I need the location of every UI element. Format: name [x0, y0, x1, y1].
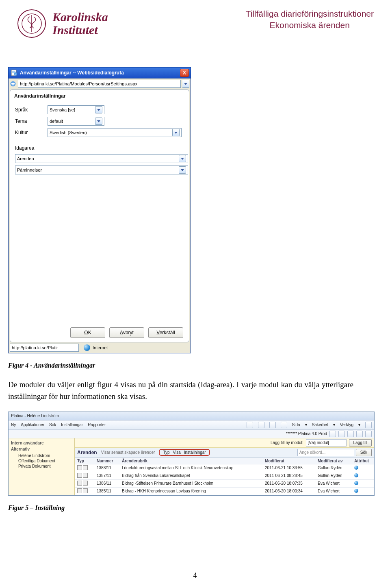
address-bar — [10, 80, 189, 88]
col-header[interactable]: Ärenderubrik — [119, 458, 262, 464]
apply-button[interactable]: Verkställ — [148, 327, 183, 338]
ok-button[interactable]: OK — [70, 327, 105, 338]
dialog-chrome: Användarinställningar Språk Svenska [se]… — [8, 78, 191, 353]
tab[interactable]: Visa — [173, 450, 181, 455]
culture-value: Swedish (Sweden) — [50, 130, 171, 135]
culture-select[interactable]: Swedish (Sweden) — [48, 128, 182, 137]
settings-dialog: Användarinställningar -- Webbsidedialogr… — [8, 67, 191, 353]
dialog-button-row: OK Avbryt Verkställ — [10, 327, 189, 338]
status-bar: Internet — [10, 344, 189, 352]
address-dropdown[interactable] — [182, 80, 189, 88]
brand-line2: Institutet — [52, 24, 108, 37]
module-heading: Ärenden — [77, 450, 97, 455]
close-button[interactable]: X — [180, 69, 189, 77]
menu-item[interactable]: Inställningar — [61, 422, 83, 427]
toolbar-icon[interactable] — [329, 431, 336, 437]
col-header[interactable]: Modifierat av — [315, 458, 352, 464]
zone-label: Internet — [93, 345, 108, 350]
figure5-caption: Figur 5 – Inställning — [8, 503, 353, 513]
right-menu[interactable]: Sida — [292, 422, 300, 427]
close-icon: X — [183, 70, 186, 76]
figure4-caption: Figur 4 - Användarinställningar — [8, 361, 353, 371]
print-icon[interactable] — [281, 422, 287, 428]
tree-item[interactable]: Privata Dokument — [11, 464, 72, 469]
brand-line1: Karolinska — [52, 11, 108, 24]
theme-value: default — [50, 119, 93, 124]
dialog-title: Användarinställningar -- Webbsidedialogr… — [20, 70, 124, 76]
add-module-button[interactable]: Lägg till — [349, 439, 372, 446]
theme-select[interactable]: default — [48, 117, 104, 126]
search-input[interactable]: Ange sökord... — [297, 449, 354, 456]
tab[interactable]: Inställningar — [184, 450, 206, 455]
culture-label: Kultur — [15, 130, 48, 135]
globe-icon — [84, 344, 90, 351]
feed-icon[interactable] — [258, 422, 264, 428]
header-right: Tillfälliga diarieföringsinstruktioner E… — [245, 8, 374, 31]
col-header[interactable]: Attribut — [352, 458, 374, 464]
home-icon[interactable] — [247, 422, 253, 428]
col-header[interactable]: Modifierat — [262, 458, 315, 464]
header-right-line2: Ekonomiska ärenden — [245, 20, 374, 31]
env-label: ******* Platina 4.0 Prod — [286, 431, 327, 436]
brand-logo: Karolinska Institutet — [16, 8, 108, 39]
status-url — [10, 344, 79, 352]
add-module-select[interactable]: [Välj modul] — [306, 439, 347, 446]
toolbar-icon[interactable] — [365, 431, 372, 437]
language-label: Språk — [15, 107, 48, 113]
figure5-screenshot: Platina - Heléne Lindström Ny Applikatio… — [8, 412, 375, 496]
seal-icon — [16, 8, 47, 39]
results-table: Typ Nummer Ärenderubrik Modifierat Modif… — [75, 458, 374, 495]
chevron-down-icon — [179, 166, 186, 174]
app-title: Platina - Heléne Lindström — [11, 414, 59, 418]
idagarea-label: Idagarea — [10, 141, 189, 152]
toolbar-icon[interactable] — [356, 431, 363, 437]
idag-select-1[interactable]: Ärenden — [15, 154, 188, 163]
app-titlebar: Platina - Heléne Lindström — [9, 412, 374, 420]
tabs-highlight: Typ Visa Inställningar — [159, 449, 210, 456]
cancel-button[interactable]: Avbryt — [109, 327, 144, 338]
env-row: ******* Platina 4.0 Prod — [9, 430, 374, 438]
table-row[interactable]: 1385/11Bidrag - HKH Kronprincessan Lovis… — [75, 487, 374, 495]
idag-value-1: Ärenden — [17, 156, 177, 161]
brand-name: Karolinska Institutet — [52, 11, 108, 36]
svg-point-3 — [14, 72, 17, 76]
col-header[interactable]: Nummer — [94, 458, 119, 464]
col-header[interactable]: Typ — [75, 458, 94, 464]
sidebar-section: Alternativ — [11, 447, 72, 451]
right-menu[interactable]: Säkerhet — [312, 422, 328, 427]
page-header: Karolinska Institutet Tillfälliga diarie… — [0, 0, 390, 43]
ie-page-icon — [11, 70, 17, 76]
theme-label: Tema — [15, 118, 48, 124]
idag-select-2[interactable]: Påminnelser — [15, 166, 188, 174]
tab[interactable]: Typ — [163, 450, 169, 455]
language-value: Svenska [se] — [50, 107, 93, 112]
menu-item[interactable]: Ny — [11, 422, 16, 427]
help-icon[interactable] — [365, 422, 372, 428]
menu-item[interactable]: Rapporter — [88, 422, 106, 427]
chevron-down-icon — [172, 129, 180, 136]
tree-item[interactable]: Offentliga Dokument — [11, 458, 72, 464]
dialog-titlebar[interactable]: Användarinställningar -- Webbsidedialogr… — [8, 67, 191, 78]
menu-item[interactable]: Sök — [49, 422, 56, 427]
idag-value-2: Påminnelser — [17, 168, 177, 172]
ie-icon — [10, 81, 16, 87]
search-button[interactable]: Sök — [356, 449, 372, 456]
mail-icon[interactable] — [269, 422, 276, 428]
sidebar: Intern användare Alternativ Heléne Linds… — [9, 438, 75, 495]
panel-title: Användarinställningar — [10, 90, 189, 101]
menu-item[interactable]: Applikationer — [21, 422, 44, 427]
chevron-down-icon — [184, 83, 187, 85]
module-subheading: Visar senast skapade ärender — [101, 450, 155, 455]
table-row[interactable]: 1386/11Bidrag -Stiftelsen Frimurare Barn… — [75, 479, 374, 487]
toolbar-icon[interactable] — [347, 431, 354, 437]
body-paragraph: De moduler du väljer enligt figur 4 visa… — [8, 379, 353, 403]
language-select[interactable]: Svenska [se] — [48, 105, 104, 114]
tree-item[interactable]: Heléne Lindström — [11, 453, 72, 458]
table-row[interactable]: 1388/11Lönefaktureringsavtal mellan SLL … — [75, 464, 374, 472]
chevron-down-icon — [95, 106, 102, 113]
table-row[interactable]: 1387/11Bidrag från Svenska Läkaresällska… — [75, 472, 374, 479]
toolbar-icon[interactable] — [338, 431, 345, 437]
chevron-down-icon — [95, 118, 102, 125]
right-menu[interactable]: Verktyg — [340, 422, 353, 427]
address-input[interactable] — [18, 80, 181, 88]
